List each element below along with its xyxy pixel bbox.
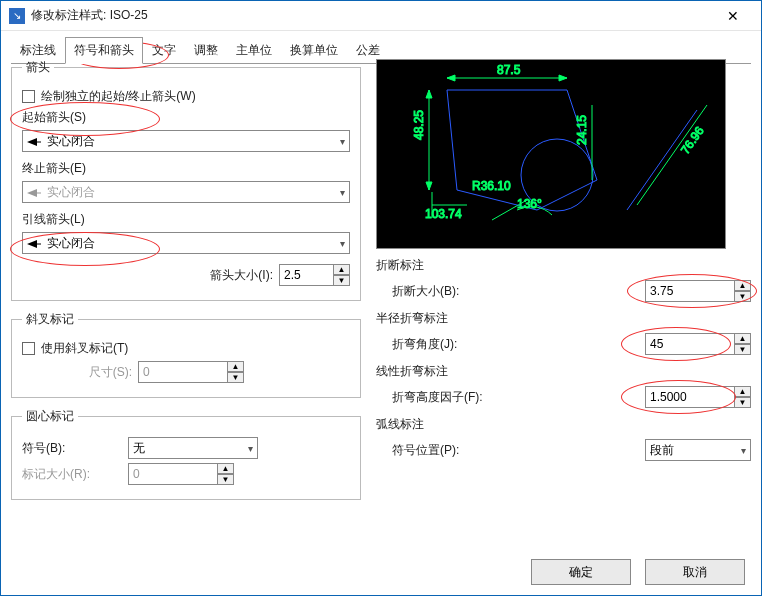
- closed-filled-icon: [27, 185, 41, 199]
- preview-svg: 87.5 48.25 24.15 76.96 R36.10 136° 10: [377, 60, 727, 250]
- tab-symbols-arrows[interactable]: 符号和箭头: [65, 37, 143, 64]
- svg-marker-4: [27, 240, 37, 248]
- mark-size-input: [128, 463, 218, 485]
- draw-separate-label: 绘制独立的起始/终止箭头(W): [41, 88, 196, 105]
- preview-pane: 87.5 48.25 24.15 76.96 R36.10 136° 10: [376, 59, 726, 249]
- preview-dim-3: 24.15: [575, 115, 589, 145]
- arc-pos-value: 段前: [650, 442, 674, 459]
- left-column: 箭头 绘制独立的起始/终止箭头(W) 起始箭头(S) 实心闭合 ▾ 终止箭头(E…: [11, 59, 361, 510]
- cross-size-input: [138, 361, 228, 383]
- break-size-spinner[interactable]: ▲▼: [645, 280, 751, 302]
- spin-down-icon: ▼: [228, 372, 244, 383]
- svg-marker-10: [559, 75, 567, 81]
- mark-size-spinner: ▲▼: [128, 463, 234, 485]
- spin-up-icon[interactable]: ▲: [735, 386, 751, 397]
- jog-factor-label: 折弯高度因子(F):: [392, 389, 645, 406]
- chevron-down-icon: ▾: [340, 187, 345, 198]
- right-column: 87.5 48.25 24.15 76.96 R36.10 136° 10: [376, 59, 751, 467]
- svg-line-15: [637, 105, 707, 205]
- jog-angle-label: 折弯角度(J):: [392, 336, 645, 353]
- spin-down-icon: ▼: [218, 474, 234, 485]
- svg-line-7: [627, 110, 697, 210]
- preview-dim-2: 48.25: [412, 110, 426, 140]
- spin-up-icon: ▲: [218, 463, 234, 474]
- chevron-down-icon: ▾: [248, 443, 253, 454]
- break-dim-header: 折断标注: [376, 257, 751, 274]
- center-symbol-label: 符号(B):: [22, 440, 122, 457]
- cancel-button[interactable]: 取消: [645, 559, 745, 585]
- arc-pos-combo[interactable]: 段前 ▾: [645, 439, 751, 461]
- jog-factor-spinner[interactable]: ▲▼: [645, 386, 751, 408]
- jog-angle-spinner[interactable]: ▲▼: [645, 333, 751, 355]
- dialog-body: 箭头 绘制独立的起始/终止箭头(W) 起始箭头(S) 实心闭合 ▾ 终止箭头(E…: [11, 59, 751, 545]
- closed-filled-icon: [27, 134, 41, 148]
- app-icon: ↘: [9, 8, 25, 24]
- center-legend: 圆心标记: [22, 408, 78, 425]
- svg-marker-9: [447, 75, 455, 81]
- svg-marker-12: [426, 90, 432, 98]
- use-cross-label: 使用斜叉标记(T): [41, 340, 128, 357]
- chevron-down-icon: ▾: [741, 445, 746, 456]
- spin-up-icon: ▲: [228, 361, 244, 372]
- start-arrow-combo[interactable]: 实心闭合 ▾: [22, 130, 350, 152]
- arrow-size-label: 箭头大小(I):: [210, 267, 273, 284]
- center-symbol-combo[interactable]: 无 ▾: [128, 437, 258, 459]
- leader-arrow-combo[interactable]: 实心闭合 ▾: [22, 232, 350, 254]
- preview-angle: 136°: [517, 197, 542, 211]
- linear-jog-header: 线性折弯标注: [376, 363, 751, 380]
- svg-marker-0: [27, 138, 37, 146]
- mark-size-label: 标记大小(R):: [22, 466, 122, 483]
- spin-down-icon[interactable]: ▼: [334, 275, 350, 286]
- jog-angle-input[interactable]: [645, 333, 735, 355]
- spin-up-icon[interactable]: ▲: [735, 280, 751, 291]
- chevron-down-icon: ▾: [340, 136, 345, 147]
- spin-down-icon[interactable]: ▼: [735, 291, 751, 302]
- arrow-size-spinner[interactable]: ▲▼: [279, 264, 350, 286]
- jog-factor-input[interactable]: [645, 386, 735, 408]
- cross-size-label: 尺寸(S):: [42, 364, 132, 381]
- close-button[interactable]: ✕: [713, 1, 753, 31]
- arc-pos-label: 符号位置(P):: [392, 442, 645, 459]
- end-arrow-combo: 实心闭合 ▾: [22, 181, 350, 203]
- titlebar: ↘ 修改标注样式: ISO-25 ✕: [1, 1, 761, 31]
- radius-jog-header: 半径折弯标注: [376, 310, 751, 327]
- break-size-label: 折断大小(B):: [392, 283, 645, 300]
- spin-down-icon[interactable]: ▼: [735, 397, 751, 408]
- break-size-input[interactable]: [645, 280, 735, 302]
- dialog-buttons: 确定 取消: [531, 559, 745, 585]
- end-arrow-label: 终止箭头(E): [22, 160, 350, 177]
- center-mark-group: 圆心标记 符号(B): 无 ▾ 标记大小(R): ▲▼: [11, 408, 361, 500]
- svg-marker-2: [27, 189, 37, 197]
- end-arrow-value: 实心闭合: [47, 184, 95, 201]
- preview-radius: R36.10: [472, 179, 511, 193]
- spin-up-icon[interactable]: ▲: [735, 333, 751, 344]
- arc-dim-header: 弧线标注: [376, 416, 751, 433]
- dialog-window: ↘ 修改标注样式: ISO-25 ✕ 标注线 符号和箭头 文字 调整 主单位 换…: [0, 0, 762, 596]
- window-title: 修改标注样式: ISO-25: [31, 7, 713, 24]
- leader-arrow-value: 实心闭合: [47, 235, 95, 252]
- start-arrow-value: 实心闭合: [47, 133, 95, 150]
- spin-up-icon[interactable]: ▲: [334, 264, 350, 275]
- closed-filled-icon: [27, 236, 41, 250]
- chevron-down-icon: ▾: [340, 238, 345, 249]
- arrow-size-input[interactable]: [279, 264, 334, 286]
- draw-separate-checkbox[interactable]: [22, 90, 35, 103]
- spin-down-icon[interactable]: ▼: [735, 344, 751, 355]
- arrows-group: 箭头 绘制独立的起始/终止箭头(W) 起始箭头(S) 实心闭合 ▾ 终止箭头(E…: [11, 59, 361, 301]
- use-cross-checkbox[interactable]: [22, 342, 35, 355]
- start-arrow-label: 起始箭头(S): [22, 109, 350, 126]
- preview-dim-1: 87.5: [497, 63, 521, 77]
- cross-mark-group: 斜叉标记 使用斜叉标记(T) 尺寸(S): ▲▼: [11, 311, 361, 398]
- center-symbol-value: 无: [133, 440, 145, 457]
- ok-button[interactable]: 确定: [531, 559, 631, 585]
- arrows-legend: 箭头: [22, 59, 54, 76]
- leader-arrow-label: 引线箭头(L): [22, 211, 350, 228]
- cross-size-spinner: ▲▼: [138, 361, 244, 383]
- cross-legend: 斜叉标记: [22, 311, 78, 328]
- svg-marker-13: [426, 182, 432, 190]
- preview-coord: 103.74: [425, 207, 462, 221]
